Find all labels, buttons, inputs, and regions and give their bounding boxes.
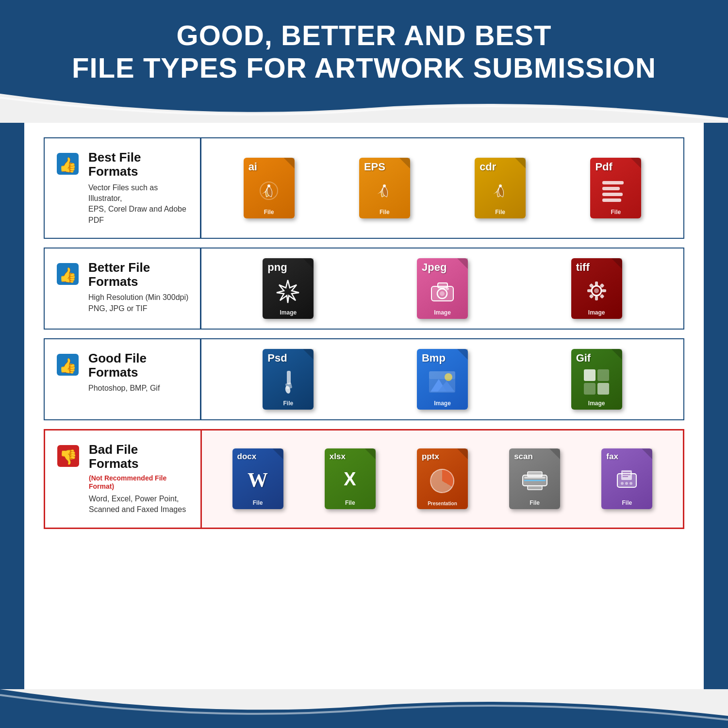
svg-text:👍: 👍 [59,156,77,174]
file-docx: docx W File [229,448,287,509]
file-scan: scan [506,448,564,509]
svg-rect-26 [287,371,291,384]
svg-point-47 [621,482,624,485]
section-bad: 👎 Bad File Formats (Not Recommended File… [44,429,684,529]
info-panel-better: 👍 Better File Formats High Resolution (M… [45,248,200,329]
file-label-xlsx: File [345,499,355,506]
file-pptx: pptx Presentation [413,448,471,509]
svg-rect-16 [595,281,598,286]
svg-rect-18 [587,289,592,292]
file-icon-xlsx: X [328,461,373,499]
file-psd: Psd File [259,349,317,410]
file-label-fax: File [622,499,632,506]
file-label-jpeg: Image [434,309,451,316]
file-ext-eps: EPS [362,162,385,172]
thumbs-up-better: 👍 [54,261,81,287]
file-label-gif: Image [588,400,605,407]
info-panel-bad: 👎 Bad File Formats (Not Recommended File… [45,430,200,528]
section-good: 👍 Good File Formats Photoshop, BMP, Gif … [44,338,684,420]
file-label-ai: File [264,209,274,215]
file-label-tiff: Image [588,309,605,316]
file-ai: ai File [240,158,298,218]
section-desc-good: Photoshop, BMP, Gif [88,383,190,394]
file-icon-cdr [478,172,523,209]
svg-point-4 [383,184,386,187]
file-ext-cdr: cdr [478,162,496,172]
file-ext-scan: scan [512,452,533,461]
svg-point-48 [625,482,628,485]
section-subtitle-bad: (Not Recommended File Format) [89,474,191,491]
svg-rect-41 [528,486,542,490]
svg-rect-17 [595,296,598,300]
svg-text:👍: 👍 [59,266,77,284]
file-icon-png [265,273,311,309]
file-ext-tiff: tiff [574,262,590,273]
file-icon-fax [604,461,649,499]
svg-rect-19 [602,289,606,292]
file-label-cdr: File [495,209,505,215]
header-title: GOOD, BETTER AND BEST FILE TYPES FOR ART… [29,19,699,84]
thumbs-up-good: 👍 [54,351,81,378]
svg-text:👎: 👎 [59,448,78,466]
file-icon-jpeg [420,273,465,309]
svg-point-13 [446,287,449,290]
file-ext-pdf: Pdf [593,162,612,172]
file-icon-eps [362,172,407,209]
svg-text:👍: 👍 [59,357,77,375]
info-text-best: Best File Formats Vector Files such as I… [88,150,190,226]
svg-point-5 [499,184,502,187]
info-panel-good: 👍 Good File Formats Photoshop, BMP, Gif [45,339,200,419]
file-label-eps: File [380,209,390,215]
file-eps: EPS File [355,158,414,218]
header-line1: GOOD, BETTER AND BEST [177,19,552,51]
file-ext-xlsx: xlsx [328,452,346,461]
file-label-png: Image [280,309,297,316]
file-pdf: Pdf File [587,158,645,218]
file-jpeg: Jpeg Image [413,258,471,319]
file-ext-psd: Psd [265,353,287,364]
file-icon-bmp [420,364,465,400]
file-cdr: cdr File [471,158,529,218]
svg-point-3 [267,184,270,187]
svg-rect-40 [528,472,542,477]
info-text-good: Good File Formats Photoshop, BMP, Gif [88,351,190,394]
file-label-bmp: Image [434,400,451,407]
file-label-scan: File [529,499,540,506]
svg-rect-10 [438,283,447,288]
files-panel-best: ai File [201,138,683,238]
svg-marker-8 [277,280,299,303]
header-line2: FILE TYPES FOR ARTWORK SUBMISSION [72,52,656,83]
file-ext-pptx: pptx [420,452,439,461]
file-gif: Gif Image [567,349,626,410]
thumbs-down-bad: 👎 [55,443,82,469]
file-icon-pptx [420,461,465,501]
files-panel-better: png Image Jpeg [201,248,683,329]
section-desc-better: High Resolution (Min 300dpi)PNG, JPG or … [88,292,190,314]
file-xlsx: xlsx X File [321,448,379,509]
file-icon-scan [512,461,557,499]
file-label-docx: File [253,499,263,506]
file-tiff: tiff [567,258,626,319]
file-label-pdf: File [611,209,621,215]
file-ext-jpeg: Jpeg [420,262,447,273]
file-png: png Image [259,258,317,319]
section-better: 👍 Better File Formats High Resolution (M… [44,248,684,330]
bottom-swoosh [0,689,728,728]
file-ext-gif: Gif [574,353,591,364]
thumbs-up-best: 👍 [54,150,81,177]
file-icon-gif [574,364,619,400]
info-text-bad: Bad File Formats (Not Recommended File F… [89,443,191,515]
svg-point-12 [440,291,445,296]
svg-point-49 [629,482,632,485]
main-container: GOOD, BETTER AND BEST FILE TYPES FOR ART… [0,0,728,728]
section-title-good: Good File Formats [88,351,190,379]
content-wrapper: 👍 Best File Formats Vector Files such as… [24,123,704,689]
file-ext-bmp: Bmp [420,353,446,364]
file-bmp: Bmp [413,349,471,410]
file-ext-docx: docx [235,452,257,461]
file-ext-fax: fax [604,452,618,461]
section-title-best: Best File Formats [88,150,190,178]
svg-point-15 [594,288,599,293]
info-panel-best: 👍 Best File Formats Vector Files such as… [45,138,200,238]
section-desc-bad: Word, Excel, Power Point,Scanned and Fax… [89,494,191,515]
